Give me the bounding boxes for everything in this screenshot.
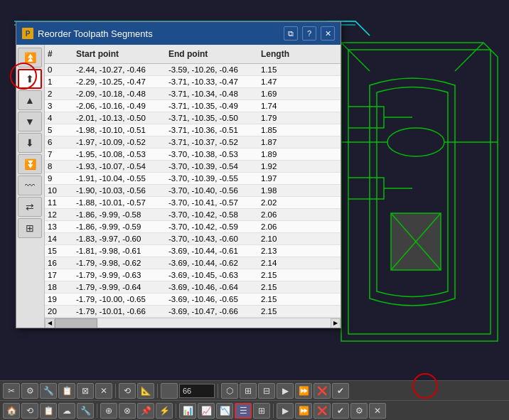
tb-add-icon[interactable]: ⊕	[100, 403, 117, 419]
table-row[interactable]: 16-1.79, -9.98, -0.62-3.69, -10.44, -0.6…	[45, 257, 341, 269]
tb-number-input[interactable]	[179, 384, 215, 398]
tb-close-icon[interactable]: ✕	[95, 383, 112, 399]
table-row[interactable]: 17-1.79, -9.99, -0.63-3.69, -10.45, -0.6…	[45, 269, 341, 281]
table-row[interactable]: 10-1.90, -10.03, -0.56-3.70, -10.40, -0.…	[45, 185, 341, 197]
cell-start-point: -1.95, -10.08, -0.53	[73, 149, 166, 160]
copy-button[interactable]: ⧉	[284, 26, 298, 41]
table-row[interactable]: 20-1.79, -10.01, -0.66-3.69, -10.47, -0.…	[45, 306, 341, 318]
move-up-all-button[interactable]: ⬆	[18, 69, 42, 89]
tb-separator-4	[97, 404, 97, 418]
table-row[interactable]: 1-2.29, -10.25, -0.47-3.71, -10.33, -0.4…	[45, 76, 341, 88]
tb-separator-1	[115, 384, 116, 398]
tb-play2-icon[interactable]: ▶	[277, 403, 294, 419]
tb-paste-icon[interactable]: 📋	[40, 403, 57, 419]
cell-end-point: -3.70, -10.43, -0.60	[166, 233, 258, 244]
tb-play-icon[interactable]: ▶	[277, 383, 294, 399]
tb-separator-5	[176, 404, 176, 418]
tb-cloud-icon[interactable]: ☁	[58, 403, 75, 419]
tb-settings-icon[interactable]: ⚙	[21, 383, 38, 399]
tb-separator-6	[273, 404, 274, 418]
tb-angle-icon[interactable]: 📐	[137, 383, 154, 399]
tb-table2-icon[interactable]: 📈	[198, 403, 215, 419]
tb-remove-icon[interactable]: ⊗	[119, 403, 136, 419]
table-row[interactable]: 19-1.79, -10.00, -0.65-3.69, -10.46, -0.…	[45, 294, 341, 306]
cell-end-point: -3.70, -10.38, -0.53	[166, 149, 258, 160]
hscroll-right-button[interactable]: ▶	[331, 318, 341, 328]
cell-length: 1.98	[258, 185, 308, 196]
tb-cancel-icon[interactable]: ❌	[314, 383, 331, 399]
tb-wrench-icon[interactable]: 🔧	[40, 383, 57, 399]
tb-list-icon[interactable]: ☰	[235, 403, 252, 419]
cell-end-point: -3.71, -10.34, -0.48	[166, 88, 258, 99]
hscroll-track[interactable]	[55, 318, 331, 328]
table-row[interactable]: 0-2.44, -10.27, -0.46-3.59, -10.26, -0.4…	[45, 64, 341, 76]
cell-num: 16	[45, 257, 73, 269]
table-row[interactable]: 6-1.97, -10.09, -0.52-3.71, -10.37, -0.5…	[45, 136, 341, 149]
table-row[interactable]: 8-1.93, -10.07, -0.54-3.70, -10.39, -0.5…	[45, 161, 341, 173]
cell-start-point: -2.29, -10.25, -0.47	[73, 76, 166, 87]
tb-rotate-icon[interactable]: ⟲	[119, 383, 136, 399]
tb-cross-box-icon[interactable]: ⊠	[77, 383, 94, 399]
tb-shape-icon[interactable]: ⬡	[221, 383, 238, 399]
cell-num: 8	[45, 161, 73, 172]
tb-grid-icon[interactable]: ⊞	[240, 383, 257, 399]
close-button[interactable]: ✕	[321, 26, 335, 41]
table-row[interactable]: 4-2.01, -10.13, -0.50-3.71, -10.35, -0.5…	[45, 112, 341, 124]
table-row[interactable]: 7-1.95, -10.08, -0.53-3.70, -10.38, -0.5…	[45, 149, 341, 161]
cell-start-point: -2.09, -10.18, -0.48	[73, 88, 166, 99]
table-row[interactable]: 18-1.79, -9.99, -0.64-3.69, -10.46, -0.6…	[45, 281, 341, 294]
horizontal-scrollbar[interactable]: ◀ ▶	[45, 318, 341, 328]
tb-lightning-icon[interactable]: ⚡	[156, 403, 173, 419]
table-row[interactable]: 13-1.86, -9.99, -0.59-3.70, -10.42, -0.5…	[45, 221, 341, 233]
cell-length: 1.47	[258, 76, 308, 87]
tb-cancel2-icon[interactable]: ❌	[314, 403, 331, 419]
tb-grid2-icon[interactable]: ⊞	[253, 403, 270, 419]
tb-undo-icon[interactable]: ⟲	[21, 403, 38, 419]
cell-end-point: -3.69, -10.46, -0.64	[166, 281, 258, 293]
tb-home-icon[interactable]: 🏠	[3, 403, 20, 419]
cell-end-point: -3.70, -10.39, -0.54	[166, 161, 258, 172]
cell-end-point: -3.70, -10.40, -0.56	[166, 185, 258, 196]
tb-forward-icon[interactable]: ⏩	[295, 383, 312, 399]
move-down-all-button[interactable]: ⬇	[18, 133, 42, 153]
tb-gear2-icon[interactable]: ⚙	[350, 403, 368, 419]
table-row[interactable]: 2-2.09, -10.18, -0.48-3.71, -10.34, -0.4…	[45, 88, 341, 100]
move-up-button[interactable]: ▲	[18, 90, 42, 110]
table-row[interactable]: 14-1.83, -9.97, -0.60-3.70, -10.43, -0.6…	[45, 233, 341, 245]
table-row[interactable]: 15-1.81, -9.98, -0.61-3.69, -10.44, -0.6…	[45, 245, 341, 257]
move-bottom-button[interactable]: ⏬	[18, 154, 42, 174]
tb-minus-icon[interactable]: ⊟	[258, 383, 275, 399]
cell-num: 20	[45, 306, 73, 317]
move-down-button[interactable]: ▼	[18, 112, 42, 131]
cell-length: 1.89	[258, 149, 308, 160]
tb-forward2-icon[interactable]: ⏩	[295, 403, 312, 419]
table-row[interactable]: 3-2.06, -10.16, -0.49-3.71, -10.35, -0.4…	[45, 100, 341, 112]
tb-table1-icon[interactable]: 📊	[179, 403, 196, 419]
tb-cut-icon[interactable]: ✂	[3, 383, 20, 399]
table-row[interactable]: 9-1.91, -10.04, -0.55-3.70, -10.39, -0.5…	[45, 173, 341, 185]
table-row[interactable]: 11-1.88, -10.01, -0.57-3.70, -10.41, -0.…	[45, 197, 341, 209]
cell-length: 1.85	[258, 124, 308, 136]
tb-check2-icon[interactable]: ✔	[332, 403, 349, 419]
cell-length: 1.87	[258, 136, 308, 148]
tb-clipboard-icon[interactable]: 📋	[58, 383, 75, 399]
table-scroll[interactable]: 0-2.44, -10.27, -0.46-3.59, -10.26, -0.4…	[45, 64, 341, 318]
cell-end-point: -3.59, -10.26, -0.46	[166, 64, 258, 75]
hscroll-thumb[interactable]	[55, 318, 97, 328]
hscroll-left-button[interactable]: ◀	[45, 318, 55, 328]
tb-tool-icon[interactable]: 🔧	[77, 403, 94, 419]
cell-start-point: -2.06, -10.16, -0.49	[73, 100, 166, 112]
cell-end-point: -3.71, -10.35, -0.50	[166, 112, 258, 124]
help-button[interactable]: ?	[302, 26, 316, 41]
tb-check-icon[interactable]: ✔	[332, 383, 349, 399]
table-row[interactable]: 5-1.98, -10.10, -0.51-3.71, -10.36, -0.5…	[45, 124, 341, 136]
move-top-button[interactable]: ⏫	[18, 48, 42, 68]
reverse-button[interactable]: ⇄	[18, 197, 42, 217]
table-row[interactable]: 12-1.86, -9.99, -0.58-3.70, -10.42, -0.5…	[45, 209, 341, 221]
sort-button[interactable]: ⊞	[18, 218, 42, 238]
tb-table3-icon[interactable]: 📉	[216, 403, 233, 419]
cell-num: 17	[45, 269, 73, 281]
tb-close2-icon[interactable]: ✕	[369, 403, 386, 419]
tb-pin-icon[interactable]: 📌	[137, 403, 154, 419]
wave-button[interactable]: 〰	[18, 176, 42, 195]
